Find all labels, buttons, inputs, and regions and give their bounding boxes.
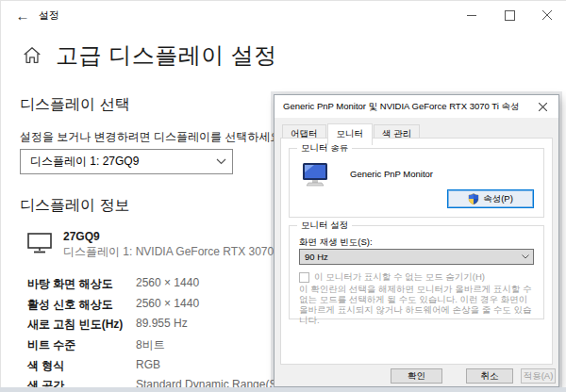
- pnp-monitor-name: Generic PnP Monitor: [350, 169, 433, 179]
- window-controls: [453, 1, 566, 29]
- monitor-type-group: 모니터 종류 Generic PnP Monitor 속성(P): [289, 148, 544, 218]
- chevron-down-icon: [209, 158, 232, 165]
- hide-modes-description: 이 확인란의 선택을 해제하면 모니터가 올바르게 표시할 수 없는 모드를 선…: [299, 284, 534, 325]
- monitor-summary: 27GQ9 디스플레이 1: NVIDIA GeForce RTX 3070 T…: [27, 230, 311, 259]
- uac-shield-icon: [468, 193, 479, 204]
- monitor-settings-group-title: 모니터 설정: [297, 220, 352, 232]
- row-value: RGB: [136, 358, 160, 371]
- display-info-heading: 디스플레이 정보: [20, 196, 129, 216]
- ok-button[interactable]: 확인: [391, 368, 442, 384]
- home-icon: [22, 45, 42, 66]
- app-title: 설정: [39, 8, 59, 23]
- display-select-description: 설정을 보거나 변경하려면 디스플레이를 선택하세요.: [20, 129, 285, 145]
- properties-button[interactable]: 속성(P): [447, 189, 534, 208]
- row-value: 2560 × 1440: [136, 276, 199, 289]
- maximize-button[interactable]: [491, 1, 528, 29]
- hide-modes-checkbox-row: 이 모니터가 표시할 수 없는 모드 숨기기(H): [299, 271, 485, 284]
- table-row: 비트 수준 8비트: [27, 337, 282, 358]
- back-button[interactable]: ←: [10, 5, 35, 25]
- monitor-icon: [27, 233, 52, 253]
- row-label: 비트 수준: [27, 337, 136, 353]
- monitor-tab-page: 모니터 종류 Generic PnP Monitor 속성(P): [280, 138, 553, 365]
- row-value: 8비트: [136, 337, 165, 353]
- table-row: 바탕 화면 해상도 2560 × 1440: [27, 276, 282, 297]
- row-value: 2560 × 1440: [136, 297, 199, 310]
- display-select-heading: 디스플레이 선택: [20, 95, 129, 115]
- properties-button-label: 속성(P): [483, 193, 513, 205]
- close-icon: [539, 103, 547, 111]
- refresh-rate-label: 화면 재생 빈도(S):: [299, 237, 373, 249]
- settings-titlebar: ← 설정: [1, 1, 566, 29]
- hide-modes-checkbox-label: 이 모니터가 표시할 수 없는 모드 숨기기(H): [314, 271, 485, 284]
- monitor-properties-dialog: Generic PnP Monitor 및 NVIDIA GeForce RTX…: [274, 94, 559, 387]
- page-title: 고급 디스플레이 설정: [56, 41, 277, 71]
- apply-button: 적용(A): [521, 368, 556, 384]
- display-select-dropdown[interactable]: 디스플레이 1: 27GQ9: [20, 149, 233, 174]
- row-label: 활성 신호 해상도: [27, 297, 136, 313]
- minimize-button[interactable]: [453, 1, 491, 29]
- bottom-edge: [0, 387, 566, 392]
- page-header: 고급 디스플레이 설정: [22, 41, 277, 71]
- display-select-dropdown-value: 디스플레이 1: 27GQ9: [21, 154, 209, 170]
- display-info-table: 바탕 화면 해상도 2560 × 1440 활성 신호 해상도 2560 × 1…: [27, 276, 282, 392]
- table-row: 색 형식 RGB: [27, 358, 282, 379]
- monitor-settings-group: 모니터 설정 화면 재생 빈도(S): 90 Hz 이 모니터가 표시할 수 없…: [289, 225, 544, 319]
- dialog-button-row: 확인 취소 적용(A): [275, 368, 558, 384]
- refresh-rate-value: 90 Hz: [300, 252, 518, 262]
- close-icon: [542, 10, 552, 20]
- maximize-icon: [505, 10, 515, 21]
- hide-modes-checkbox: [299, 272, 309, 283]
- pnp-monitor-icon: [301, 161, 331, 188]
- row-label: 색 형식: [27, 358, 136, 374]
- close-button[interactable]: [528, 1, 566, 29]
- refresh-rate-dropdown[interactable]: 90 Hz: [299, 249, 534, 265]
- row-label: 바탕 화면 해상도: [27, 276, 136, 292]
- dialog-close-button[interactable]: [526, 95, 558, 118]
- cancel-button[interactable]: 취소: [466, 368, 513, 384]
- dialog-title: Generic PnP Monitor 및 NVIDIA GeForce RTX…: [283, 95, 519, 118]
- table-row: 활성 신호 해상도 2560 × 1440: [27, 297, 282, 318]
- dialog-titlebar[interactable]: Generic PnP Monitor 및 NVIDIA GeForce RTX…: [275, 95, 558, 118]
- row-label: 새로 고침 빈도(Hz): [27, 317, 136, 333]
- table-row: 새로 고침 빈도(Hz) 89.955 Hz: [27, 317, 282, 337]
- row-value: 89.955 Hz: [136, 317, 188, 330]
- chevron-down-icon: [518, 254, 533, 259]
- tab-monitor[interactable]: 모니터: [327, 123, 374, 145]
- minimize-icon: [467, 10, 476, 20]
